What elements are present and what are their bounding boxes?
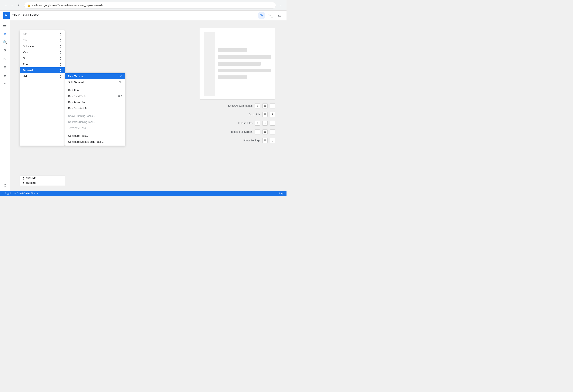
url-bar[interactable]: 🔒 shell.cloud.google.com/?show=ide&envir… bbox=[24, 2, 276, 8]
sidebar-item-settings[interactable]: ⚙ bbox=[1, 182, 9, 189]
shortcuts-panel: Show All Commands ⇧ ⌘ P Go to File ⌘ P F… bbox=[228, 103, 275, 143]
kbd-p-2: P bbox=[270, 112, 275, 117]
shortcut-label-toggle-fullscreen: Toggle Full Screen bbox=[231, 130, 252, 133]
status-bar: ⚠ 0 △ 0 ☁ Cloud Code - Sign in Layo bbox=[0, 191, 286, 196]
secondary-item-run-active-file[interactable]: Run Active File bbox=[65, 99, 125, 105]
sidebar-item-files[interactable]: ⧉ bbox=[1, 30, 9, 38]
sidebar: ☰ ⧉ 🔍 ⚲ ▷ ⊞ ◆ ✦ ··· ⚙ bbox=[0, 20, 10, 191]
sidebar-item-more[interactable]: ··· bbox=[1, 88, 9, 96]
edit-mode-button[interactable]: ✎ bbox=[258, 12, 265, 19]
menu-item-edit-label: Edit bbox=[23, 39, 27, 42]
menu-item-selection-label: Selection bbox=[23, 45, 34, 48]
sidebar-bottom: ⚙ bbox=[1, 182, 9, 189]
secondary-item-split-terminal[interactable]: Split Terminal ⌘\ bbox=[65, 79, 125, 85]
menu-item-selection[interactable]: Selection ❯ bbox=[20, 43, 65, 49]
shortcut-row-go-to-file: Go to File ⌘ P bbox=[228, 112, 275, 117]
sidebar-item-diamond[interactable]: ◆ bbox=[1, 72, 9, 79]
welcome-bar-4 bbox=[218, 69, 271, 72]
status-item-errors[interactable]: ⚠ 0 △ 0 bbox=[2, 192, 11, 195]
secondary-item-configure-default-build-label: Configure Default Build Task... bbox=[68, 140, 104, 143]
secondary-item-run-selected-text[interactable]: Run Selected Text bbox=[65, 105, 125, 111]
kbd-cmd-3: ⌘ bbox=[262, 121, 268, 126]
timeline-chevron-icon: ❯ bbox=[23, 182, 25, 184]
shortcut-row-find-in-files: Find in Files ⇧ ⌘ F bbox=[228, 121, 275, 126]
shortcut-label-find-in-files: Find in Files bbox=[238, 122, 252, 125]
secondary-item-split-terminal-label: Split Terminal bbox=[68, 81, 84, 84]
header-actions: ✎ >_ ▭ bbox=[258, 12, 284, 19]
screen-mode-button[interactable]: ▭ bbox=[276, 12, 284, 19]
kbd-p: P bbox=[270, 103, 275, 108]
menu-item-go[interactable]: Go ❯ bbox=[20, 55, 65, 61]
chevron-right-icon: ❯ bbox=[60, 69, 62, 72]
sidebar-item-run[interactable]: ▷ bbox=[1, 55, 9, 63]
menu-item-edit[interactable]: Edit ❯ bbox=[20, 37, 65, 43]
cloud-shell-logo-icon: ► bbox=[3, 12, 10, 19]
menu-item-terminal[interactable]: Terminal ❯ bbox=[20, 67, 65, 73]
chevron-right-icon: ❯ bbox=[60, 39, 62, 41]
sidebar-item-search[interactable]: 🔍 bbox=[1, 38, 9, 46]
secondary-item-run-build-task[interactable]: Run Build Task... ⇧⌘B bbox=[65, 93, 125, 99]
outline-item-timeline-label: TIMELINE bbox=[26, 182, 36, 184]
shortcut-row-toggle-fullscreen: Toggle Full Screen ^ ⌘ F bbox=[228, 129, 275, 134]
menu-item-view[interactable]: View ❯ bbox=[20, 49, 65, 55]
secondary-item-run-task-label: Run Task... bbox=[68, 89, 81, 92]
secondary-item-run-task[interactable]: Run Task... bbox=[65, 87, 125, 93]
outline-item-timeline[interactable]: ❯ TIMELINE bbox=[20, 181, 65, 186]
welcome-content bbox=[218, 32, 271, 96]
app: ► Cloud Shell Editor ✎ >_ ▭ ☰ ⧉ 🔍 ⚲ ▷ ⊞ … bbox=[0, 11, 286, 196]
outline-item-outline-label: OUTLINE bbox=[26, 177, 36, 180]
secondary-item-configure-default-build[interactable]: Configure Default Build Task... bbox=[65, 139, 125, 145]
reload-button[interactable]: ↻ bbox=[17, 3, 22, 8]
status-item-cloud-code[interactable]: ☁ Cloud Code - Sign in bbox=[14, 192, 38, 195]
kbd-cmd-2: ⌘ bbox=[262, 112, 268, 117]
secondary-item-run-active-file-label: Run Active File bbox=[68, 101, 86, 104]
outline-panel: ❯ OUTLINE ❯ TIMELINE bbox=[20, 175, 65, 186]
secondary-item-new-terminal[interactable]: New Terminal ⌃⇧` bbox=[65, 73, 125, 79]
menu-item-run[interactable]: Run ❯ bbox=[20, 61, 65, 67]
secondary-item-restart-running-task: Restart Running Task... bbox=[65, 119, 125, 125]
menu-item-file[interactable]: File ❯ bbox=[20, 31, 65, 37]
app-title: Cloud Shell Editor bbox=[12, 13, 39, 17]
chevron-right-icon: ❯ bbox=[60, 45, 62, 48]
kbd-shift: ⇧ bbox=[255, 103, 260, 108]
shortcut-label-go-to-file: Go to File bbox=[249, 113, 260, 116]
outline-item-outline[interactable]: ❯ OUTLINE bbox=[20, 176, 65, 181]
sidebar-item-menu[interactable]: ☰ bbox=[1, 22, 9, 29]
chevron-right-icon: ❯ bbox=[60, 33, 62, 35]
secondary-item-show-running-tasks-label: Show Running Tasks... bbox=[68, 115, 95, 118]
kbd-f-2: F bbox=[270, 129, 275, 134]
layout-label: Layo bbox=[279, 192, 284, 195]
kbd-cmd-5: ⌘ bbox=[262, 138, 268, 143]
welcome-sidebar-strip bbox=[204, 32, 215, 96]
terminal-mode-button[interactable]: >_ bbox=[267, 12, 274, 19]
chevron-right-icon: ❯ bbox=[60, 75, 62, 78]
chevron-right-icon: ❯ bbox=[60, 51, 62, 53]
editor-container: File ❯ Edit ❯ Selection ❯ View ❯ bbox=[10, 20, 286, 191]
url-text: shell.cloud.google.com/?show=ide&environ… bbox=[32, 4, 103, 7]
menu-item-help-label: Help bbox=[23, 75, 28, 78]
sidebar-item-extensions[interactable]: ⊞ bbox=[1, 63, 9, 71]
forward-button[interactable]: → bbox=[10, 3, 15, 8]
secondary-menu: New Terminal ⌃⇧` Split Terminal ⌘\ Run T… bbox=[65, 72, 125, 146]
chevron-right-icon: ❯ bbox=[60, 63, 62, 66]
shortcut-label-show-settings: Show Settings bbox=[243, 139, 260, 142]
lock-icon: 🔒 bbox=[27, 4, 30, 7]
warning-count: 0 bbox=[10, 192, 11, 195]
welcome-panel bbox=[200, 28, 275, 100]
sidebar-item-git[interactable]: ⚲ bbox=[1, 47, 9, 54]
kbd-cmd-4: ⌘ bbox=[262, 129, 268, 134]
secondary-item-configure-tasks-label: Configure Tasks... bbox=[68, 134, 89, 137]
kbd-ctrl: ^ bbox=[255, 129, 260, 134]
run-build-task-shortcut: ⇧⌘B bbox=[116, 95, 122, 98]
kbd-shift-3: ⇧ bbox=[255, 121, 260, 126]
warning-icon: △ bbox=[7, 192, 9, 195]
more-options-button[interactable]: ⋮ bbox=[278, 3, 284, 8]
main-content: ☰ ⧉ 🔍 ⚲ ▷ ⊞ ◆ ✦ ··· ⚙ File ❯ bbox=[0, 20, 286, 191]
back-button[interactable]: ← bbox=[3, 3, 8, 8]
welcome-bar-1 bbox=[218, 48, 247, 52]
sidebar-item-star[interactable]: ✦ bbox=[1, 80, 9, 87]
menu-item-go-label: Go bbox=[23, 57, 26, 60]
secondary-item-configure-tasks[interactable]: Configure Tasks... bbox=[65, 133, 125, 139]
status-item-layout[interactable]: Layo bbox=[279, 192, 284, 195]
menu-item-help[interactable]: Help ❯ bbox=[20, 73, 65, 79]
